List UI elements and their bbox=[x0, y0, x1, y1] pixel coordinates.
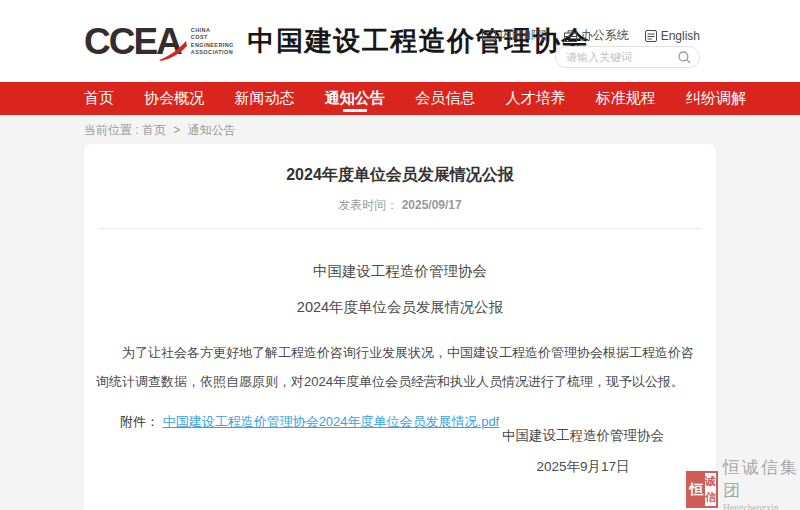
site-header: CCEA CHINA COST ENGINEERING ASSOCIATION … bbox=[0, 0, 800, 82]
nav-item-standards[interactable]: 标准规程 bbox=[596, 82, 656, 115]
nav-item-overview[interactable]: 协会概况 bbox=[144, 82, 204, 115]
search-icon[interactable] bbox=[678, 51, 691, 64]
breadcrumb-current-link[interactable]: 通知公告 bbox=[188, 123, 236, 137]
logo-subtext: CHINA COST ENGINEERING ASSOCIATION bbox=[191, 27, 234, 56]
page: CCEA CHINA COST ENGINEERING ASSOCIATION … bbox=[0, 0, 800, 510]
internal-mail-link[interactable]: 内部邮箱 bbox=[482, 27, 548, 44]
logo-acronym: CCEA bbox=[84, 23, 181, 60]
watermark-name-en: Hengchengxin Group bbox=[723, 503, 800, 510]
article-card: 2024年度单位会员发展情况公报 发表时间： 2025/09/17 中国建设工程… bbox=[84, 144, 716, 510]
title-divider bbox=[99, 228, 701, 229]
logo-red-swoosh-icon bbox=[158, 40, 188, 62]
signature-org: 中国建设工程造价管理协会 bbox=[502, 427, 664, 445]
article-paragraph: 为了让社会各方更好地了解工程造价咨询行业发展状况，中国建设工程造价管理协会根据工… bbox=[96, 338, 704, 396]
nav-item-news[interactable]: 新闻动态 bbox=[235, 82, 295, 115]
english-link[interactable]: English bbox=[645, 29, 700, 43]
attachment-label: 附件： bbox=[120, 414, 159, 429]
breadcrumb: 当前位置 : 首页 > 通知公告 bbox=[84, 122, 236, 139]
seal-char-cheng: 诚 bbox=[705, 473, 716, 490]
globe-icon bbox=[645, 30, 657, 42]
nav-item-mediation[interactable]: 纠纷调解 bbox=[686, 82, 746, 115]
hengchengxin-seal-icon: 恒 诚 信 bbox=[686, 471, 718, 508]
office-system-link[interactable]: 办公系统 bbox=[564, 27, 629, 44]
signature-block: 中国建设工程造价管理协会 2025年9月17日 bbox=[502, 427, 664, 476]
header-search bbox=[555, 46, 700, 68]
breadcrumb-prefix: 当前位置 : bbox=[84, 123, 142, 137]
seal-char-heng: 恒 bbox=[688, 473, 705, 506]
signature-date: 2025年9月17日 bbox=[502, 458, 664, 476]
article-title: 2024年度单位会员发展情况公报 bbox=[84, 165, 716, 186]
nav-item-home[interactable]: 首页 bbox=[84, 82, 114, 115]
seal-char-xin: 信 bbox=[705, 490, 716, 507]
utility-links: 内部邮箱 办公系统 English bbox=[482, 27, 700, 44]
nav-item-notices[interactable]: 通知公告 bbox=[325, 82, 385, 115]
publish-meta: 发表时间： 2025/09/17 bbox=[84, 197, 716, 214]
breadcrumb-separator: > bbox=[173, 123, 180, 137]
publish-date: 2025/09/17 bbox=[402, 198, 462, 212]
publish-label: 发表时间： bbox=[338, 198, 398, 212]
body-heading-title: 2024年度单位会员发展情况公报 bbox=[84, 298, 716, 317]
nav-item-members[interactable]: 会员信息 bbox=[415, 82, 475, 115]
hengchengxin-watermark: 恒 诚 信 恒诚信集团 Hengchengxin Group bbox=[686, 456, 800, 510]
body-heading-org: 中国建设工程造价管理协会 bbox=[84, 262, 716, 281]
main-nav: 首页 协会概况 新闻动态 通知公告 会员信息 人才培养 标准规程 纠纷调解 bbox=[0, 82, 800, 115]
briefcase-icon bbox=[564, 30, 577, 42]
attachment-pdf-link[interactable]: 中国建设工程造价管理协会2024年度单位会员发展情况.pdf bbox=[163, 414, 500, 429]
nav-item-training[interactable]: 人才培养 bbox=[505, 82, 565, 115]
mail-icon bbox=[482, 30, 496, 41]
breadcrumb-home-link[interactable]: 首页 bbox=[142, 123, 166, 137]
watermark-name-cn: 恒诚信集团 bbox=[723, 456, 800, 502]
